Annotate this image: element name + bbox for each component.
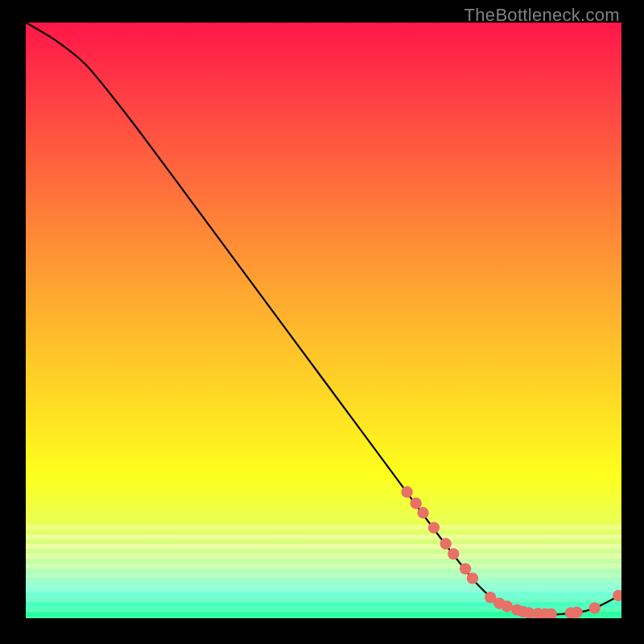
data-marker [428,522,440,533]
curve-layer [26,23,621,618]
data-marker [440,538,452,549]
data-marker [448,548,459,559]
data-marker [589,602,601,613]
data-markers [401,486,621,618]
data-marker [460,563,471,574]
data-marker [613,590,621,601]
data-marker [502,601,513,612]
data-marker [411,497,422,509]
data-marker [417,507,428,518]
data-marker [571,606,582,617]
plot-area [26,23,621,618]
data-marker [401,486,412,497]
chart-stage: TheBottleneck.com [0,0,644,644]
bottleneck-curve [26,23,621,614]
data-marker [467,572,478,584]
